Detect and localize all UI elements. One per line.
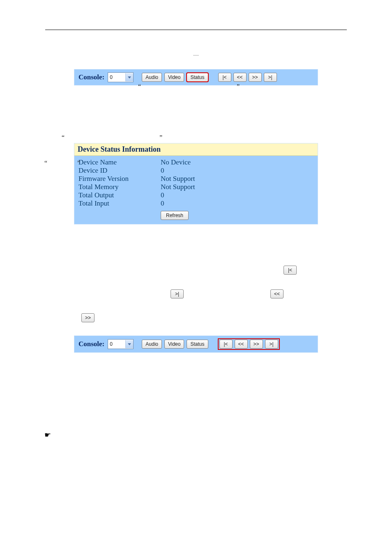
inline-last-button[interactable]: >|: [171, 289, 184, 298]
status-key: Total Input: [78, 199, 161, 208]
console-label: Console:: [78, 73, 104, 81]
close-quote-1: ”: [237, 83, 240, 90]
console-select[interactable]: 0: [108, 72, 134, 82]
refresh-button[interactable]: Refresh: [161, 211, 189, 220]
status-key: Total Output: [78, 191, 161, 199]
status-row: Device ID0: [78, 166, 314, 175]
status-val: Not Support: [161, 175, 195, 183]
status-val: Not Support: [161, 183, 195, 191]
status-key: Total Memory: [78, 183, 161, 191]
open-quote-1: “: [138, 83, 141, 90]
status-row: Firmware VersionNot Support: [78, 175, 314, 183]
video-button[interactable]: Video: [164, 73, 184, 82]
header-dash: [0, 52, 392, 58]
status-key: Device Name: [78, 158, 161, 166]
console-select-value: 0: [108, 74, 125, 80]
chevron-down-icon: [125, 73, 133, 81]
status-val: 0: [161, 166, 164, 175]
inline-next-button[interactable]: >>: [81, 313, 95, 322]
device-status-panel: Device Status Information Device NameNo …: [74, 143, 318, 224]
status-key: Firmware Version: [78, 175, 161, 183]
status-key: Device ID: [78, 166, 161, 175]
status-row: Device NameNo Device: [78, 158, 314, 166]
close-quote-3: ”: [77, 160, 80, 167]
status-val: 0: [161, 199, 164, 208]
open-quote-2: “: [62, 134, 65, 141]
status-val: 0: [161, 191, 164, 199]
close-quote-2: ”: [159, 134, 162, 141]
status-row: Total MemoryNot Support: [78, 183, 314, 191]
status-button[interactable]: Status: [187, 73, 208, 82]
next-button[interactable]: >>: [249, 73, 262, 82]
audio-button[interactable]: Audio: [142, 73, 162, 82]
status-row: Total Input0: [78, 199, 314, 208]
device-status-header: Device Status Information: [74, 143, 318, 156]
inline-prev-button[interactable]: <<: [270, 289, 284, 298]
status-val: No Device: [161, 158, 191, 166]
pointer-icon: ☛: [44, 430, 51, 439]
header-rule: [45, 30, 347, 30]
last-button[interactable]: >|: [264, 73, 277, 82]
prev-button[interactable]: <<: [233, 73, 247, 82]
first-button[interactable]: |<: [218, 73, 231, 82]
inline-first-button[interactable]: |<: [284, 266, 297, 275]
console-bar-top: Console: 0 Audio Video Status |< << >> >…: [74, 69, 318, 86]
status-row: Total Output0: [78, 191, 314, 199]
open-quote-3: “: [44, 160, 47, 167]
